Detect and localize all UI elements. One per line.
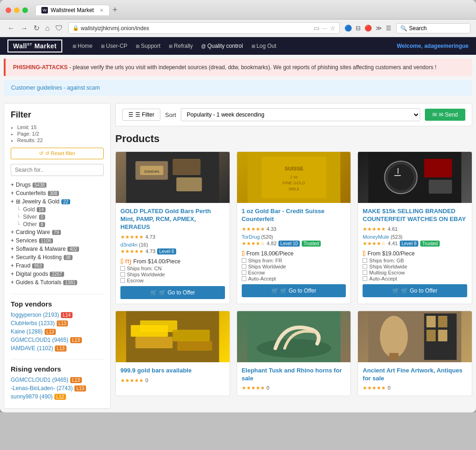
subcategory-gold[interactable]: └ Gold 14 xyxy=(16,206,104,213)
back-button[interactable]: ← xyxy=(6,23,17,33)
search-icon: 🔍 xyxy=(400,25,407,32)
rising-vendor-ggmccloud1[interactable]: GGMCCLOUD1 (9465) L13 xyxy=(11,377,104,383)
vendor-name-2[interactable]: TorDrug (520) xyxy=(242,234,346,240)
vendor-rating-3: ★★★★☆ 4.41 Level 8 Trusted xyxy=(363,241,467,247)
reader-mode-button[interactable]: ▭ xyxy=(314,25,319,32)
reset-filter-button[interactable]: ↺ ↺ Reset filter xyxy=(11,148,104,159)
subcategory-silver[interactable]: └ Silver 0 xyxy=(16,213,104,221)
tree-line-icon: └ xyxy=(16,206,20,213)
nav-refrally[interactable]: ⊞ Refrally xyxy=(165,37,197,55)
reload-button[interactable]: ↻ xyxy=(32,23,41,33)
nav-user-cp[interactable]: ⊞ User-CP xyxy=(97,37,131,55)
vendor-foggyperson[interactable]: foggyperson (2193) L14 xyxy=(11,312,104,318)
level-badge: L13 xyxy=(57,320,68,326)
shield-button[interactable]: 🛡 xyxy=(53,23,65,33)
bookmark-button[interactable]: ☆ xyxy=(330,25,336,32)
home-button[interactable]: ⌂ xyxy=(43,23,52,33)
nav-quality-control[interactable]: @ Quality control xyxy=(198,37,247,55)
title-bar: W Wallstreet Market ✕ + xyxy=(0,0,476,20)
minimize-button[interactable] xyxy=(14,7,20,13)
product-rating-5: 0 xyxy=(266,385,269,391)
category-services[interactable]: + Services 1106 xyxy=(11,236,104,245)
product-image-2: SUISSE 1 oz FINE GOLD 999,9 xyxy=(237,152,351,203)
level-badge: L13 xyxy=(55,346,66,352)
category-fraud[interactable]: + Fraud 953 xyxy=(11,261,104,270)
product-price-1: ₿ ɱ From $14.00/Piece xyxy=(120,257,225,265)
sidebar-icon[interactable]: ⊟ xyxy=(355,24,362,33)
trusted-badge-3: Trusted xyxy=(420,241,440,247)
overflow-button[interactable]: ≫ xyxy=(375,24,383,33)
site-nav: WallST Market ⊞ Home ⊞ User-CP ⊞ Support… xyxy=(0,37,476,55)
svg-rect-29 xyxy=(427,316,436,327)
rising-vendor-lenas[interactable]: -Lenas-BioLaden- (2743) L13 xyxy=(11,385,104,391)
product-title-5[interactable]: Elephant Tusk and Rhino horns for sale xyxy=(242,367,346,383)
category-security[interactable]: + Security & Hosting 38 xyxy=(11,253,104,261)
category-guides[interactable]: + Guides & Tutorials 1381 xyxy=(11,278,104,287)
product-title-3[interactable]: MAKE $15k SELLING BRANDED COUNTERFEIT WA… xyxy=(363,208,467,223)
product-details-2: Ships from: FR Ships Worldwide Escrow Au… xyxy=(242,258,346,281)
filter-sort-bar: ☰ ☰ Filter Sort Popularity - 1 week desc… xyxy=(115,103,472,126)
category-jewelry-gold[interactable]: + ⊞ Jewelry & Gold 22 xyxy=(11,197,104,206)
svg-text:SUISSE: SUISSE xyxy=(284,166,303,171)
guidelines-text: Customer guidelines - against scam xyxy=(11,85,100,91)
subcategory-gold-group: └ Gold 14 └ Silver 0 └ Other 8 xyxy=(11,206,104,228)
phishing-alert: PHISHING-ATTACKS - please verify the url… xyxy=(4,59,472,76)
url-bar[interactable]: 🔒 wallstyizjhkrvmj.onion/index ▭ ··· ☆ xyxy=(68,22,340,34)
product-title-4[interactable]: 999.9 gold bars available xyxy=(120,367,225,375)
hamburger-menu[interactable]: ☰ xyxy=(385,24,392,33)
vendor-kaine[interactable]: Kaine (1288) L13 xyxy=(11,328,104,335)
vendor-name-1[interactable]: d3nd4n (16) xyxy=(120,242,225,248)
filter-info: Limit: 15 Page: 1/2 Results: 22 xyxy=(11,124,104,143)
category-counterfeits[interactable]: + Counterfeits 308 xyxy=(11,189,104,197)
level-badge: L14 xyxy=(61,312,73,318)
cart-icon: 🛒 xyxy=(150,289,157,296)
level-badge: L12 xyxy=(54,394,66,400)
browser-tab[interactable]: W Wallstreet Market ✕ xyxy=(35,5,110,15)
vendor-name-3[interactable]: MoneyMule (523) xyxy=(363,234,467,240)
maximize-button[interactable] xyxy=(22,7,28,13)
category-list: + Drugs 5438 + Counterfeits 308 + ⊞ Jewe… xyxy=(11,181,104,287)
extensions-icon[interactable]: 🔴 xyxy=(364,24,373,33)
category-software[interactable]: + Software & Malware 402 xyxy=(11,245,104,253)
checkbox-icon xyxy=(363,270,367,275)
go-to-offer-button-1[interactable]: 🛒 🛒 Go to Offer xyxy=(120,286,225,299)
bluetooth-icon[interactable]: 🔵 xyxy=(344,24,353,33)
new-tab-button[interactable]: + xyxy=(110,5,120,15)
vendor-ggmccloud1[interactable]: GGMCCLOUD1 (9465) L13 xyxy=(11,337,104,343)
nav-logout[interactable]: ⊞ Log Out xyxy=(248,37,280,55)
svg-rect-24 xyxy=(177,341,212,351)
sort-select[interactable]: Popularity - 1 week descending xyxy=(181,108,420,121)
more-button[interactable]: ··· xyxy=(322,25,327,32)
go-to-offer-button-3[interactable]: 🛒 🛒 Go to Offer xyxy=(363,284,467,297)
vendor-iamdave[interactable]: IAMDAVE (1102) L13 xyxy=(11,345,104,352)
subcategory-other[interactable]: └ Other 8 xyxy=(16,221,104,228)
products-grid: D3ND4N GOLD PLATED Gold Bars Perth Mint,… xyxy=(115,151,472,396)
address-bar: ← → ↻ ⌂ 🛡 🔒 wallstyizjhkrvmj.onion/index… xyxy=(0,20,476,37)
product-title-2[interactable]: 1 oz Gold Bar - Credit Suisse Counterfei… xyxy=(242,208,346,223)
product-title-6[interactable]: Ancient Art Fine Artwork, Antiques for s… xyxy=(363,367,467,383)
product-title-1[interactable]: GOLD PLATED Gold Bars Perth Mint, PAMP, … xyxy=(120,208,225,231)
guidelines-alert[interactable]: Customer guidelines - against scam xyxy=(4,80,472,96)
close-button[interactable] xyxy=(6,7,11,13)
category-digital[interactable]: + Digital goods 2267 xyxy=(11,270,104,278)
vendor-clubherbs[interactable]: ClubHerbs (1233) L13 xyxy=(11,320,104,326)
nav-support[interactable]: ⊞ Support xyxy=(132,37,164,55)
lock-icon: 🔒 xyxy=(73,25,79,31)
product-card-1: D3ND4N GOLD PLATED Gold Bars Perth Mint,… xyxy=(115,151,230,304)
category-drugs[interactable]: + Drugs 5438 xyxy=(11,181,104,189)
svg-rect-5 xyxy=(176,177,202,191)
send-button[interactable]: ✉ ✉ Send xyxy=(425,109,465,121)
expand-icon: + xyxy=(11,182,14,188)
go-to-offer-button-2[interactable]: 🛒 🛒 Go to Offer xyxy=(242,284,346,297)
forward-button[interactable]: → xyxy=(19,23,30,33)
category-carding[interactable]: + Carding Ware 79 xyxy=(11,228,104,236)
filter-button[interactable]: ☰ ☰ Filter xyxy=(122,109,160,121)
tab-close-icon[interactable]: ✕ xyxy=(99,7,104,13)
site-logo[interactable]: WallST Market xyxy=(7,39,62,52)
category-search-input[interactable] xyxy=(11,164,104,176)
rising-vendor-sunny[interactable]: sunny9879 (490) L12 xyxy=(11,393,104,400)
nav-home[interactable]: ⊞ Home xyxy=(69,37,96,55)
site-content: WallST Market ⊞ Home ⊞ User-CP ⊞ Support… xyxy=(0,37,476,412)
svg-rect-21 xyxy=(135,337,172,348)
browser-search-box[interactable]: 🔍 Search xyxy=(396,23,470,33)
